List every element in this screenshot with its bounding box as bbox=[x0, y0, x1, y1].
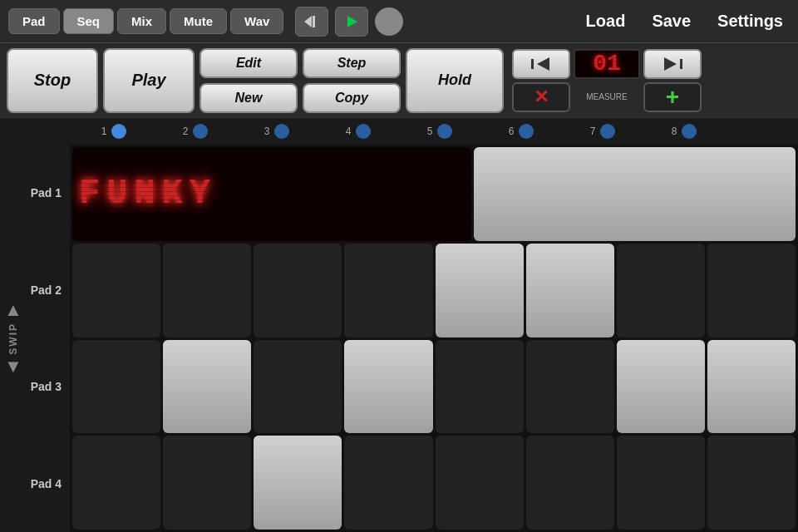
seq-cell-5[interactable]: 5 bbox=[399, 124, 480, 139]
grid-row-2 bbox=[72, 244, 796, 337]
grid-cell-3-1[interactable] bbox=[72, 340, 160, 434]
tab-seq[interactable]: Seq bbox=[63, 8, 115, 34]
stop-button[interactable]: Stop bbox=[7, 48, 98, 113]
new-button[interactable]: New bbox=[200, 83, 298, 113]
grid-cell-2-7[interactable] bbox=[617, 244, 705, 337]
seq-indicator-row: 1 2 3 4 5 6 7 8 bbox=[0, 118, 798, 145]
grid-cell-3-8[interactable] bbox=[707, 340, 796, 434]
settings-button[interactable]: Settings bbox=[711, 8, 790, 34]
svg-marker-2 bbox=[347, 16, 357, 27]
grid-cell-4-1[interactable] bbox=[72, 436, 160, 530]
pad-label-4: Pad 4 bbox=[25, 436, 70, 533]
grid-cell-3-3[interactable] bbox=[254, 340, 342, 434]
svg-marker-0 bbox=[304, 16, 312, 27]
copy-button[interactable]: Copy bbox=[303, 83, 401, 113]
grid-area: FUNKY bbox=[70, 145, 798, 532]
svg-rect-1 bbox=[313, 16, 315, 27]
measure-add-button[interactable]: + bbox=[643, 82, 702, 112]
record-button[interactable] bbox=[375, 7, 403, 36]
svg-marker-4 bbox=[537, 57, 549, 71]
tab-mix[interactable]: Mix bbox=[117, 8, 166, 34]
transport-group bbox=[295, 7, 403, 37]
swipe-label: SWIP bbox=[7, 323, 19, 355]
new-copy-group: Step Copy bbox=[303, 48, 401, 113]
grid-cell-3-6[interactable] bbox=[526, 340, 614, 434]
svg-rect-3 bbox=[531, 59, 534, 69]
edit-step-group: Edit New bbox=[200, 48, 298, 113]
play-button[interactable] bbox=[335, 7, 368, 37]
tab-mute[interactable]: Mute bbox=[170, 8, 227, 34]
grid-cell-2-5[interactable] bbox=[436, 244, 524, 337]
grid-cell-3-5[interactable] bbox=[436, 340, 524, 434]
control-row: Stop Play Edit New Step Copy Hold 01 bbox=[0, 43, 798, 118]
top-bar: Pad Seq Mix Mute Wav Load Save Settings bbox=[0, 0, 798, 43]
seq-dot-4 bbox=[356, 124, 371, 139]
seq-dot-8 bbox=[682, 124, 697, 139]
measure-display: 01 bbox=[574, 49, 640, 79]
grid-cell-4-3[interactable] bbox=[254, 436, 342, 530]
grid-cell-2-4[interactable] bbox=[344, 244, 432, 337]
led-display: FUNKY bbox=[72, 147, 471, 241]
swipe-up-arrow[interactable]: ▲ bbox=[4, 301, 22, 319]
swipe-down-arrow[interactable]: ▼ bbox=[4, 357, 22, 376]
grid-cell-2-1[interactable] bbox=[72, 244, 160, 337]
top-right-buttons: Load Save Settings bbox=[579, 8, 790, 34]
grid-cell-4-7[interactable] bbox=[617, 436, 705, 530]
seq-cell-8[interactable]: 8 bbox=[643, 124, 725, 139]
rewind-button[interactable] bbox=[295, 7, 328, 37]
grid-cell-1-8[interactable] bbox=[474, 147, 796, 241]
step-button[interactable]: Step bbox=[303, 48, 401, 78]
seq-cell-1[interactable]: 1 bbox=[73, 124, 155, 139]
grid-row-3 bbox=[72, 340, 796, 434]
seq-cell-4[interactable]: 4 bbox=[318, 124, 399, 139]
grid-cell-4-6[interactable] bbox=[526, 436, 614, 530]
seq-dot-3 bbox=[274, 124, 289, 139]
seq-dot-5 bbox=[437, 124, 452, 139]
grid-row-1: FUNKY bbox=[72, 147, 796, 241]
grid-row-4 bbox=[72, 436, 796, 530]
seq-cell-3[interactable]: 3 bbox=[236, 124, 318, 139]
grid-cell-2-6[interactable] bbox=[526, 244, 614, 337]
main-area: ▲ SWIP ▼ Pad 1 Pad 2 Pad 3 Pad 4 FUNKY bbox=[0, 145, 798, 532]
grid-cell-4-2[interactable] bbox=[163, 436, 251, 530]
hold-button[interactable]: Hold bbox=[406, 48, 504, 113]
pad-labels-column: ▲ SWIP ▼ Pad 1 Pad 2 Pad 3 Pad 4 bbox=[0, 145, 70, 532]
measure-delete-button[interactable]: ✕ bbox=[512, 82, 570, 112]
load-button[interactable]: Load bbox=[579, 8, 633, 34]
seq-cell-7[interactable]: 7 bbox=[562, 124, 643, 139]
pad-label-1: Pad 1 bbox=[25, 145, 70, 242]
svg-marker-5 bbox=[664, 57, 677, 71]
seq-dot-6 bbox=[519, 124, 534, 139]
grid-cell-4-4[interactable] bbox=[344, 436, 432, 530]
seq-cell-2[interactable]: 2 bbox=[155, 124, 236, 139]
play-seq-button[interactable]: Play bbox=[103, 48, 195, 113]
seq-dot-2 bbox=[193, 124, 208, 139]
measure-section: 01 ✕ MEASURE + bbox=[512, 49, 702, 112]
measure-next-button[interactable] bbox=[643, 49, 702, 79]
grid-cell-4-8[interactable] bbox=[707, 436, 796, 530]
svg-rect-6 bbox=[680, 59, 682, 69]
measure-nav-row: 01 bbox=[512, 49, 702, 79]
tab-wav[interactable]: Wav bbox=[230, 8, 283, 34]
pad-label-3: Pad 3 bbox=[25, 338, 70, 436]
grid-cell-2-8[interactable] bbox=[707, 244, 796, 337]
grid-cell-4-5[interactable] bbox=[436, 436, 524, 530]
grid-cell-2-3[interactable] bbox=[254, 244, 342, 337]
pad-label-2: Pad 2 bbox=[25, 242, 70, 339]
measure-prev-button[interactable] bbox=[512, 49, 570, 79]
edit-button[interactable]: Edit bbox=[200, 48, 298, 78]
save-button[interactable]: Save bbox=[645, 8, 697, 34]
grid-cell-3-2[interactable] bbox=[163, 340, 251, 434]
seq-dot-7 bbox=[600, 124, 615, 139]
grid-cell-3-7[interactable] bbox=[617, 340, 705, 434]
seq-cell-6[interactable]: 6 bbox=[480, 124, 562, 139]
grid-cell-3-4[interactable] bbox=[344, 340, 432, 434]
seq-dot-1 bbox=[111, 124, 126, 139]
measure-label: MEASURE bbox=[574, 92, 640, 101]
tab-pad[interactable]: Pad bbox=[8, 8, 60, 34]
grid-cell-2-2[interactable] bbox=[163, 244, 251, 337]
